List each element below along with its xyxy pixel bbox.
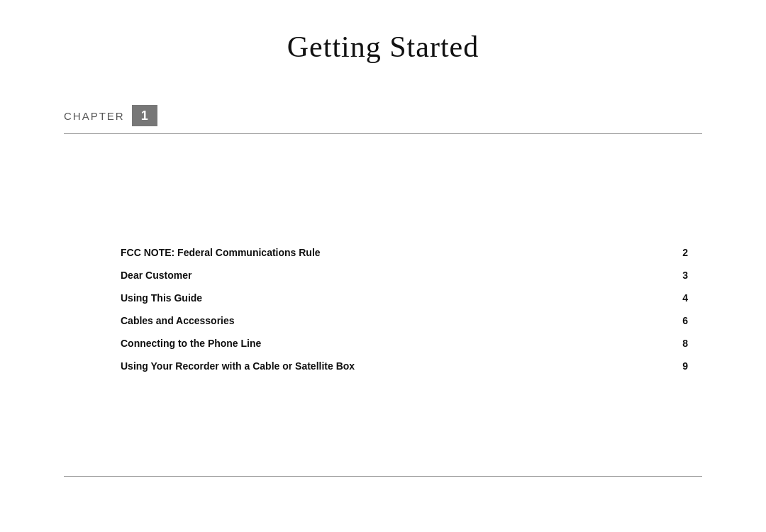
chapter-title: Getting Started — [64, 30, 702, 64]
toc-entry-label: Using This Guide — [64, 292, 202, 304]
toc-entry-page: 6 — [681, 315, 702, 326]
toc-entry-label: Connecting to the Phone Line — [64, 338, 261, 349]
toc-entry-label: FCC NOTE: Federal Communications Rule — [64, 247, 321, 258]
toc-row: Connecting to the Phone Line8 — [64, 332, 702, 355]
chapter-number-box: 1 — [132, 105, 157, 126]
toc-entry-page: 9 — [681, 360, 702, 372]
toc-entry-label: Using Your Recorder with a Cable or Sate… — [64, 360, 355, 372]
toc-row: Using Your Recorder with a Cable or Sate… — [64, 355, 702, 377]
toc-row: FCC NOTE: Federal Communications Rule2 — [64, 241, 702, 264]
page: Chapter 1 Getting Started FCC NOTE: Fede… — [0, 0, 766, 532]
toc-entry-page: 3 — [681, 270, 702, 281]
content-area: Chapter 1 Getting Started FCC NOTE: Fede… — [64, 0, 702, 532]
chapter-divider-bottom — [64, 476, 702, 477]
toc-row: Cables and Accessories6 — [64, 309, 702, 332]
toc-section: FCC NOTE: Federal Communications Rule2De… — [64, 241, 702, 377]
chapter-divider-top — [64, 133, 702, 134]
toc-entry-page: 8 — [681, 338, 702, 349]
chapter-word: Chapter — [64, 110, 125, 122]
toc-row: Dear Customer3 — [64, 264, 702, 287]
toc-entry-label: Cables and Accessories — [64, 315, 235, 326]
toc-container: FCC NOTE: Federal Communications Rule2De… — [64, 241, 702, 377]
toc-entry-label: Dear Customer — [64, 270, 192, 281]
chapter-header: Chapter 1 — [64, 105, 702, 134]
chapter-label-row: Chapter 1 — [64, 105, 702, 126]
toc-row: Using This Guide4 — [64, 287, 702, 309]
toc-entry-page: 2 — [681, 247, 702, 258]
toc-entry-page: 4 — [681, 292, 702, 304]
